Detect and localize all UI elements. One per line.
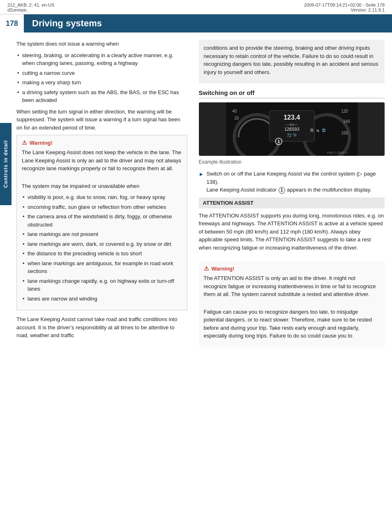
bullets-list-2: visibility is poor, e.g. due to snow, ra…: [22, 193, 182, 303]
left-column: The system does not issue a warning when…: [12, 40, 195, 518]
list-item: lanes are narrow and winding: [22, 295, 182, 303]
meta-left: 212_AKB; 2; 41, en-US d2ureepe,: [7, 2, 54, 12]
warning-title-1: ⚠ Warning!: [22, 139, 182, 146]
warning-label-2: Warning!: [212, 266, 235, 272]
warning-box-1: ⚠ Warning! The Lane Keeping Assist does …: [16, 135, 187, 310]
warning-icon-2: ⚠: [204, 265, 209, 272]
para2: The Lane Keeping Assist cannot take road…: [16, 315, 187, 340]
svg-text:N: N: [316, 129, 319, 133]
arrow-text-1: Switch on or off the Lane Keeping Assist…: [206, 170, 385, 194]
svg-text:D: D: [322, 128, 325, 133]
svg-text:P00·C-2536-9: P00·C-2536-9: [327, 151, 347, 155]
list-item: lane markings are worn, dark, or covered…: [22, 240, 182, 248]
chapter-header: 178 Driving systems: [0, 14, 392, 32]
image-caption: Example illustration: [199, 158, 385, 166]
sidebar-label-text: Controls in detail: [3, 140, 9, 188]
svg-text:140: 140: [343, 119, 350, 124]
attention-para: The ATTENTION ASSIST supports you during…: [199, 212, 385, 252]
svg-text:20: 20: [234, 116, 239, 120]
sidebar-label-block: Controls in detail: [0, 123, 12, 205]
svg-text:40: 40: [232, 109, 237, 113]
bullets-list-1: steering, braking, or accelerating in a …: [16, 51, 187, 104]
arrow-bullet-1: ► Switch on or off the Lane Keeping Assi…: [199, 170, 385, 194]
circle-indicator: 1: [279, 187, 285, 194]
chapter-number: 178: [0, 14, 25, 32]
list-item: oncoming traffic, sun glare or reflectio…: [22, 203, 182, 211]
section-heading-switching: Switching on or off: [199, 89, 385, 98]
svg-text:72 °F: 72 °F: [287, 133, 297, 138]
warning-para2: The system may be impaired or unavailabl…: [22, 182, 182, 190]
svg-text:1: 1: [277, 139, 280, 144]
dashboard-image: 123.4 —ies— 126593 72 °F 20 40 120 140 1…: [199, 102, 385, 156]
list-item: a driving safety system such as the ABS,…: [16, 88, 187, 104]
attention-assist-heading: ATTENTION ASSIST: [199, 197, 385, 208]
list-item: cutting a narrow curve: [16, 69, 187, 77]
list-item: the camera area of the windshield is dir…: [22, 213, 182, 229]
page-layout: Controls in detail The system does not i…: [0, 32, 392, 526]
meta-right: 2009-07-17T09:14:21+02:00 - Seite 178 Ve…: [304, 2, 385, 12]
right-intro-box: conditions and to provide the steering, …: [199, 40, 385, 83]
list-item: lane markings are not present: [22, 230, 182, 238]
main-content: The system does not issue a warning when…: [12, 32, 392, 526]
warning2-text: The ATTENTION ASSIST is only an aid to t…: [204, 274, 380, 298]
warning-title-2: ⚠ Warning!: [204, 265, 380, 272]
para1: When setting the turn signal in either d…: [16, 108, 187, 132]
intro-text: The system does not issue a warning when: [16, 40, 187, 48]
meta-header: 212_AKB; 2; 41, en-US d2ureepe, 2009-07-…: [0, 0, 392, 14]
list-item: visibility is poor, e.g. due to snow, ra…: [22, 193, 182, 201]
warning2-para2: Fatigue can cause you to recognize dange…: [204, 308, 380, 340]
right-column: conditions and to provide the steering, …: [195, 40, 392, 518]
list-item: making a very sharp turn: [16, 79, 187, 87]
list-item: when lane markings are ambiguous, for ex…: [22, 259, 182, 275]
warning-label-1: Warning!: [30, 140, 53, 146]
svg-text:R: R: [310, 128, 314, 133]
list-item: lane markings change rapidly, e.g. on hi…: [22, 277, 182, 293]
svg-text:126593: 126593: [284, 127, 299, 132]
warning-text-1: The Lane Keeping Assist does not keep th…: [22, 148, 182, 173]
list-item: the distance to the preceding vehicle is…: [22, 250, 182, 258]
right-intro-text: conditions and to provide the steering, …: [204, 44, 380, 76]
list-item: steering, braking, or accelerating in a …: [16, 51, 187, 67]
svg-text:120: 120: [341, 109, 348, 113]
chapter-title: Driving systems: [25, 18, 102, 29]
svg-text:123.4: 123.4: [284, 114, 300, 121]
arrow-char-1: ►: [199, 170, 204, 178]
warning-box-2: ⚠ Warning! The ATTENTION ASSIST is only …: [199, 261, 385, 347]
warning-icon-1: ⚠: [22, 139, 27, 146]
sidebar: Controls in detail: [0, 32, 12, 526]
svg-text:—ies—: —ies—: [286, 123, 298, 127]
svg-text:160: 160: [341, 131, 348, 135]
